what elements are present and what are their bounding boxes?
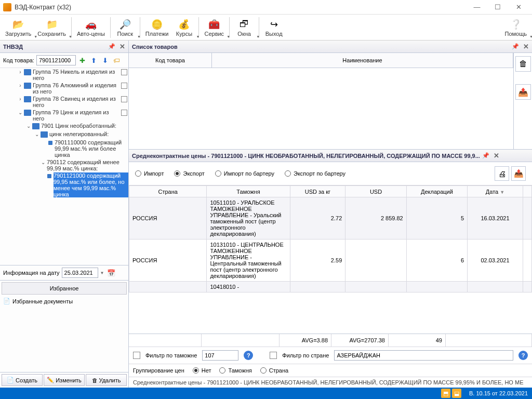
tree-node[interactable]: 790112 содержащий менее 99,99 мас.% цинк… [47, 159, 128, 171]
tnved-tree[interactable]: ›Группа 75 Никель и изделия из него ›Гру… [0, 68, 128, 265]
help-icon[interactable]: ? [244, 351, 253, 360]
help-button[interactable]: ❔Помощь▼ [502, 16, 530, 39]
new-icon: 📄 [7, 377, 14, 383]
tree-node[interactable]: Группа 78 Свинец и изделия из него [33, 96, 121, 108]
filter-icon[interactable]: ▼ [500, 190, 504, 195]
grid-row[interactable]: РОССИЯ 10131010 - ЦЕНТРАЛЬНОЕ ТАМОЖЕННОЕ… [129, 240, 532, 282]
favorites-header[interactable]: Избранное [2, 282, 127, 295]
filter-country-label: Фильтр по стране [282, 352, 329, 358]
expand-icon[interactable]: › [17, 96, 24, 103]
create-button[interactable]: 📄Создать [2, 374, 43, 386]
panel-close-icon[interactable]: ✕ [494, 152, 499, 159]
tree-node-selected[interactable]: 7901121000 содержащий 99,95 мас.% или бо… [54, 172, 128, 197]
tree-checkbox[interactable] [121, 83, 127, 89]
search-button[interactable]: 🔎Поиск▼ [113, 16, 138, 39]
radio-import-barter[interactable]: Импорт по бартеру [215, 170, 274, 177]
pin-icon[interactable]: 📌 [482, 152, 489, 159]
col-customs[interactable]: Таможня [207, 186, 290, 197]
goods-panel-header: Список товаров 📌 ✕ [129, 41, 532, 53]
maximize-button[interactable]: ☐ [487, 1, 508, 14]
tree-node[interactable]: Группа 79 Цинк и изделия из него [33, 109, 121, 122]
radio-group-country[interactable]: Страна [260, 367, 288, 374]
status-icon-2[interactable]: ⬓ [452, 389, 461, 398]
date-dropdown-icon[interactable]: ▼ [100, 271, 104, 275]
save-button[interactable]: 📁Сохранить▼ [34, 16, 69, 39]
radio-export-barter[interactable]: Экспорт по бартеру [285, 170, 345, 177]
collapse-icon[interactable]: ⌄ [17, 109, 24, 116]
autoprice-button[interactable]: 🚗Авто-цены [74, 16, 108, 39]
radio-import[interactable]: Импорт [135, 170, 164, 177]
prices-status: Среднеконтрактные цены - 7901121000 - ЦИ… [129, 377, 532, 388]
exit-button[interactable]: ↪Выход [261, 16, 286, 39]
windows-button[interactable]: 🗗Окна▼ [232, 16, 257, 39]
tree-node[interactable]: 7901 Цинк необработанный: [41, 123, 128, 129]
payments-button[interactable]: 🪙Платежи [142, 16, 172, 39]
book-icon [24, 110, 31, 116]
folder-save-icon: 📁 [46, 18, 58, 31]
panel-close-icon[interactable]: ✕ [523, 43, 529, 50]
close-button[interactable]: ✕ [508, 1, 529, 14]
panel-close-icon[interactable]: ✕ [119, 43, 125, 50]
service-button[interactable]: 🧰Сервис▼ [201, 16, 227, 39]
pin-icon[interactable]: 📌 [512, 43, 519, 50]
tnved-panel-header: ТНВЭД 📌 ✕ [0, 41, 128, 53]
tree-checkbox[interactable] [121, 110, 127, 116]
col-usdkg[interactable]: USD за кг [290, 186, 345, 197]
filter-customs-label: Фильтр по таможне [145, 352, 197, 358]
expand-icon[interactable]: › [17, 69, 24, 76]
export-icon[interactable]: 📤 [515, 84, 531, 100]
goods-table[interactable]: Код товара Наименование [129, 53, 513, 149]
filter-customs-input[interactable] [202, 350, 238, 361]
pin-icon[interactable]: 📌 [108, 43, 115, 50]
book-icon [24, 83, 31, 89]
col-code[interactable]: Код товара [129, 53, 212, 68]
collapse-icon[interactable]: ⌄ [25, 123, 32, 130]
edit-button[interactable]: ✏️Изменить [44, 374, 85, 386]
rates-button[interactable]: 💰Курсы▼ [171, 16, 196, 39]
arrow-down-icon[interactable]: ⬇ [101, 56, 110, 65]
grid-row[interactable]: РОССИЯ 10511010 - УРАЛЬСКОЕ ТАМОЖЕННОЕ У… [129, 197, 532, 240]
summary-row: AVG=3.88 AVG=2707.38 49 [129, 334, 532, 347]
tree-node[interactable]: Группа 75 Никель и изделия из него [33, 69, 121, 81]
radio-group-customs[interactable]: Таможня [219, 367, 251, 374]
calendar-icon[interactable]: 📅 [107, 268, 116, 277]
filter-country-checkbox[interactable] [270, 352, 277, 359]
load-button[interactable]: 📂Загрузить▼ [2, 16, 34, 39]
print-icon[interactable]: 🖨 [495, 166, 509, 181]
col-usd[interactable]: USD [345, 186, 406, 197]
delete-button[interactable]: 🗑Удалить [86, 374, 127, 386]
filter-customs-checkbox[interactable] [133, 352, 140, 359]
tree-checkbox[interactable] [121, 69, 127, 75]
status-icon-1[interactable]: ⬒ [441, 389, 450, 398]
tag-icon[interactable]: 🏷 [112, 56, 122, 65]
col-date[interactable]: Дата ▼ [468, 186, 523, 197]
date-input[interactable] [62, 268, 98, 278]
col-decl[interactable]: Деклараций [406, 186, 467, 197]
code-input[interactable] [36, 55, 76, 65]
filter-country-input[interactable] [334, 350, 513, 361]
collapse-icon[interactable]: ⌄ [39, 159, 47, 166]
grid-row[interactable]: 10418010 - [129, 282, 532, 292]
favorites-item[interactable]: 📄Избранные документы [3, 298, 125, 304]
minimize-button[interactable]: — [467, 1, 487, 14]
export-icon[interactable]: 📤 [511, 166, 526, 181]
radio-group-none[interactable]: Нет [193, 367, 211, 374]
collapse-icon[interactable]: ⌄ [33, 131, 41, 138]
expand-icon[interactable]: › [17, 82, 24, 89]
tree-node[interactable]: цинк нелегированный: [49, 131, 128, 137]
help-icon[interactable]: ? [518, 351, 528, 360]
add-icon[interactable]: ✚ [78, 56, 87, 65]
grouping-label: Группирование цен [133, 367, 184, 374]
tree-checkbox[interactable] [121, 96, 127, 102]
col-name[interactable]: Наименование [212, 53, 513, 68]
tnved-title: ТНВЭД [3, 44, 106, 50]
arrow-up-icon[interactable]: ⬆ [89, 56, 99, 65]
prices-grid[interactable]: Страна Таможня USD за кг USD Деклараций … [129, 185, 532, 292]
col-country[interactable]: Страна [129, 186, 207, 197]
radio-export[interactable]: Экспорт [174, 170, 204, 177]
main-toolbar: 📂Загрузить▼ 📁Сохранить▼ 🚗Авто-цены 🔎Поис… [0, 15, 532, 41]
tree-node[interactable]: Группа 76 Алюминий и изделия из него [33, 82, 121, 95]
recycle-icon[interactable]: 🗑 [515, 56, 531, 72]
leaf-icon [47, 174, 51, 178]
tree-node[interactable]: 7901110000 содержащий 99,99 мас.% или бо… [55, 139, 128, 158]
